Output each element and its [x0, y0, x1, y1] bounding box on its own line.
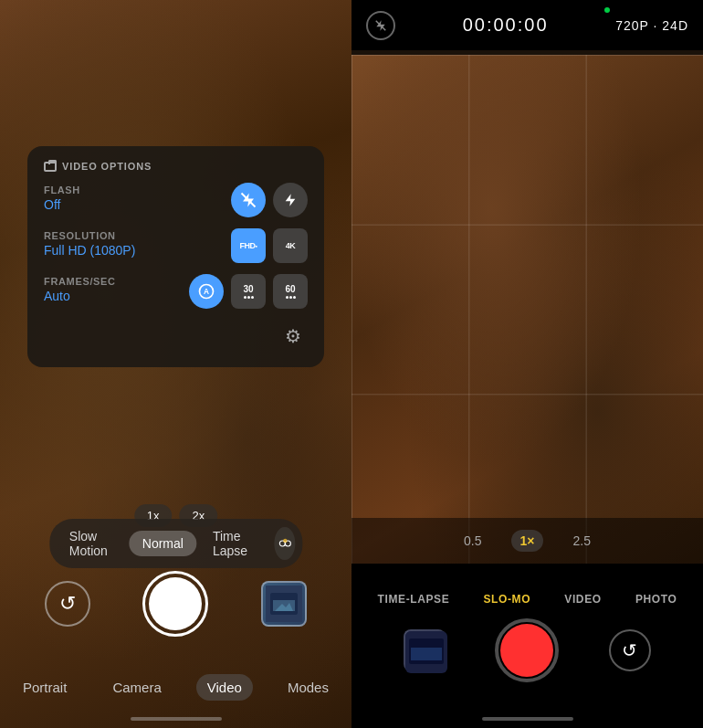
panel-title: VIDEO OPTIONS	[44, 161, 308, 172]
shutter-right-inner	[500, 624, 553, 677]
settings-row: ⚙	[44, 322, 308, 351]
filter-button[interactable]	[275, 527, 296, 560]
auto-fps-button[interactable]: A	[189, 274, 224, 309]
quality-display: 720P · 24D	[615, 18, 688, 33]
panel-title-text: VIDEO OPTIONS	[62, 161, 152, 172]
resolution-controls: FHD▪ 4K	[231, 228, 308, 263]
bottom-nav: Portrait Camera Video Modes	[0, 674, 352, 701]
mode-bar-right: TIME-LAPSE SLO-MO VIDEO PHOTO	[352, 589, 703, 609]
nav-camera[interactable]: Camera	[101, 674, 172, 701]
svg-point-5	[283, 539, 288, 543]
frames-controls: A 30 60	[189, 274, 308, 309]
flash-option-row: FLASH Off	[44, 185, 308, 217]
nav-modes[interactable]: Modes	[277, 674, 340, 701]
home-indicator	[131, 717, 222, 721]
flash-off-icon[interactable]	[366, 11, 395, 40]
flash-on-button[interactable]	[273, 183, 308, 217]
home-indicator-right	[482, 717, 573, 721]
fhd-button[interactable]: FHD▪	[231, 228, 266, 263]
flip-right-button[interactable]: ↺	[609, 629, 651, 671]
svg-text:A: A	[204, 287, 209, 296]
normal-mode-button[interactable]: Normal	[130, 531, 196, 556]
flip-camera-button[interactable]: ↺	[45, 581, 90, 627]
photo-thumbnail[interactable]	[261, 581, 307, 627]
slo-mo-mode[interactable]: SLO-MO	[477, 589, 539, 609]
zoom-0.5-button[interactable]: 0.5	[456, 530, 488, 552]
flash-off-button[interactable]	[231, 183, 266, 217]
bottom-area-right: TIME-LAPSE SLO-MO VIDEO PHOTO ↺	[352, 564, 703, 728]
time-lapse-mode[interactable]: TIME-LAPSE	[371, 589, 457, 609]
shutter-inner	[149, 577, 202, 630]
zoom-2.5-button[interactable]: 2.5	[565, 530, 597, 552]
4k-button[interactable]: 4K	[273, 228, 308, 263]
frames-option-row: FRAMES/SEC Auto A 30 60	[44, 276, 308, 309]
video-mode[interactable]: VIDEO	[557, 589, 608, 609]
photo-mode[interactable]: PHOTO	[628, 589, 684, 609]
camera-controls-right: ↺	[352, 618, 703, 682]
nav-portrait[interactable]: Portrait	[12, 674, 78, 701]
timer-display: 00:00:00	[463, 15, 549, 36]
resolution-option-row: RESOLUTION Full HD (1080P) FHD▪ 4K	[44, 230, 308, 263]
svg-rect-12	[411, 648, 442, 660]
slow-motion-mode-button[interactable]: Slow Motion	[57, 523, 126, 564]
30fps-button[interactable]: 30	[231, 274, 266, 309]
time-lapse-mode-button[interactable]: Time Lapse	[200, 523, 268, 564]
thumbnail-right[interactable]	[404, 629, 446, 671]
mode-selector: Slow Motion Normal Time Lapse	[49, 519, 302, 568]
left-camera-panel: VIDEO OPTIONS FLASH Off	[0, 0, 352, 728]
flash-controls	[231, 183, 308, 217]
video-icon	[44, 162, 57, 172]
grid-overlay	[352, 55, 703, 564]
shutter-right-button[interactable]	[495, 618, 559, 682]
60fps-button[interactable]: 60	[273, 274, 308, 309]
camera-controls: ↺	[0, 571, 352, 637]
video-options-panel: VIDEO OPTIONS FLASH Off	[27, 146, 324, 367]
zoom-1x-right-button[interactable]: 1×	[511, 530, 544, 552]
settings-gear-button[interactable]: ⚙	[278, 322, 308, 351]
top-bar: 00:00:00 720P · 24D	[352, 0, 703, 50]
zoom-bar-right: 0.5 1× 2.5	[352, 518, 703, 564]
nav-video[interactable]: Video	[196, 674, 253, 701]
right-camera-panel: 00:00:00 720P · 24D 0.5 1× 2.5 TIME-LAPS…	[352, 0, 703, 728]
shutter-button[interactable]	[142, 571, 208, 637]
status-dot	[604, 7, 610, 13]
